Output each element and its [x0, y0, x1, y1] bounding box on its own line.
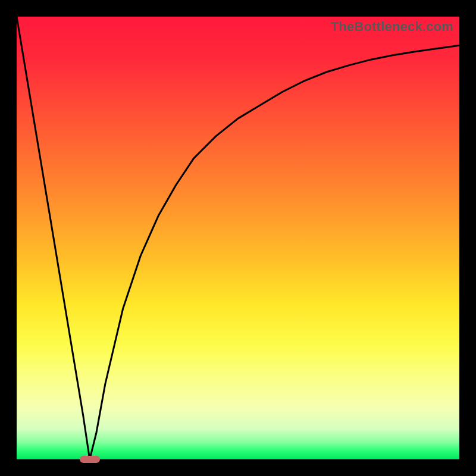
plot-area: TheBottleneck.com — [17, 17, 459, 459]
bottleneck-curve — [17, 17, 459, 459]
chart-frame: TheBottleneck.com — [0, 0, 476, 476]
minimum-marker — [80, 456, 100, 463]
